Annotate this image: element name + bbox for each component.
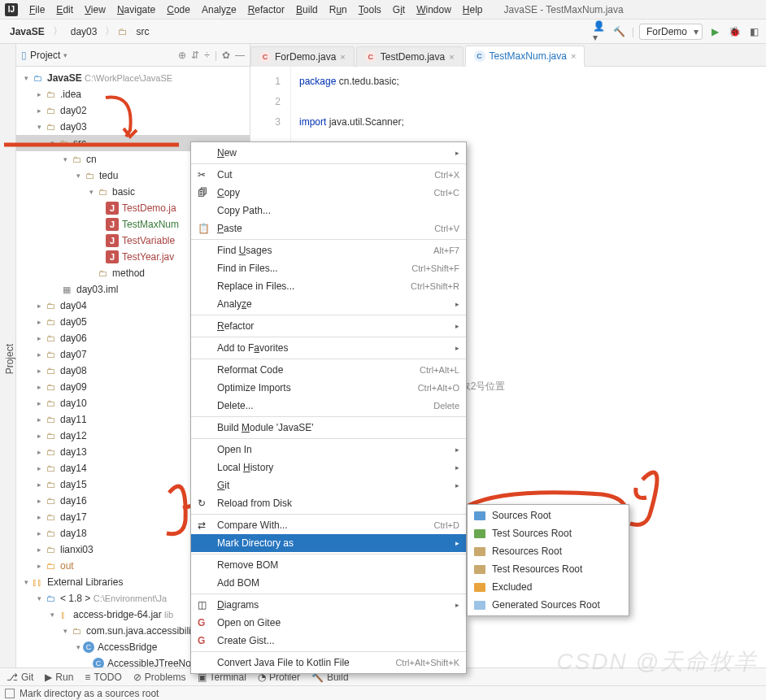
left-tool-strip: Project Structure Favorites [0,44,16,667]
bottom-todo[interactable]: ≡ TODO [85,672,121,683]
tab-testmaxnum[interactable]: CTestMaxNum.java× [465,46,585,67]
menu-diagrams[interactable]: ◫Diagrams▸ [191,596,466,614]
menu-file[interactable]: File [24,2,50,17]
menu-build[interactable]: Build [291,2,323,17]
crumb-day[interactable]: day03 [66,24,102,39]
menu-git[interactable]: Git [388,2,410,17]
bottom-problems[interactable]: ⊘ Problems [133,672,186,683]
menu-mark-directory[interactable]: Mark Directory as▸ [191,534,466,552]
coverage-icon[interactable]: ◧ [746,24,761,39]
crumb-src[interactable]: src [131,24,154,39]
tree-root[interactable]: ▾🗀JavaSE C:\WorkPlace\JavaSE [16,70,250,86]
menu-copy-path[interactable]: Copy Path... [191,202,466,220]
folder-icon [474,547,485,556]
folder-icon [474,511,485,520]
status-bar: Mark directory as a sources root [0,685,766,700]
menu-find-usages[interactable]: Find UsagesAlt+F7 [191,241,466,259]
submenu-resources[interactable]: Resources Root [468,542,629,560]
status-text: Mark directory as a sources root [20,688,159,699]
menu-compare[interactable]: ⇄Compare With...Ctrl+D [191,516,466,534]
tree-idea[interactable]: ▸🗀.idea [16,86,250,102]
tree-day03[interactable]: ▾🗀day03 [16,119,250,135]
crumb-project[interactable]: JavaSE [5,24,50,39]
debug-icon[interactable]: 🐞 [727,24,742,39]
bottom-git[interactable]: ⎇ Git [7,672,33,683]
toolbar-right: 👤▾ 🔨 | ForDemo ▶ 🐞 ◧ [593,24,761,40]
tab-testdemo[interactable]: CTestDemo.java× [356,46,464,67]
menu-open-in[interactable]: Open In▸ [191,441,466,459]
menu-cut[interactable]: ✂CutCtrl+X [191,166,466,184]
collapse-icon[interactable]: ÷ [204,50,210,61]
menu-refactor[interactable]: Refactor▸ [191,317,466,335]
submenu-test-sources[interactable]: Test Sources Root [468,524,629,542]
menu-reformat[interactable]: Reformat CodeCtrl+Alt+L [191,361,466,379]
tab-fordemo[interactable]: CForDemo.java× [250,46,355,67]
menu-navigate[interactable]: Navigate [112,2,160,17]
close-icon[interactable]: × [571,51,576,61]
menu-code[interactable]: Code [162,2,195,17]
menu-help[interactable]: Help [458,2,488,17]
submenu-excluded[interactable]: Excluded [468,578,629,596]
select-opened-icon[interactable]: ⊕ [178,50,186,61]
hide-icon[interactable]: — [235,50,245,61]
project-panel-header: ▯ Project ▾ ⊕ ⇵ ÷ | ✿ — [16,44,250,67]
watermark: CSDN @天命牧羊 [556,646,758,677]
gutter-project[interactable]: Project [4,341,15,377]
folder-icon [474,601,485,610]
menu-window[interactable]: Window [411,2,456,17]
menu-run[interactable]: Run [324,2,352,17]
menu-analyze[interactable]: Analyze [197,2,242,17]
nav-toolbar: JavaSE 〉 day03 〉 🗀 src 👤▾ 🔨 | ForDemo ▶ … [0,20,766,44]
menu-new[interactable]: New▸ [191,144,466,162]
menubar: File Edit View Navigate Code Analyze Ref… [24,2,488,17]
folder-icon [474,565,485,574]
settings-icon[interactable]: ✿ [222,50,230,61]
editor-tabs: CForDemo.java× CTestDemo.java× CTestMaxN… [250,44,766,67]
mark-directory-submenu: Sources Root Test Sources Root Resources… [467,504,629,616]
run-config-combo[interactable]: ForDemo [639,24,703,40]
menu-replace-in-files[interactable]: Replace in Files...Ctrl+Shift+R [191,277,466,295]
project-icon: ▯ [21,50,27,61]
status-icon[interactable] [5,689,15,698]
menu-favorites[interactable]: Add to Favorites▸ [191,339,466,357]
build-icon[interactable]: 🔨 [612,24,627,39]
menu-gitee[interactable]: GOpen on Gitee [191,614,466,632]
menu-analyze[interactable]: Analyze▸ [191,295,466,313]
submenu-sources-root[interactable]: Sources Root [468,507,629,524]
menu-paste[interactable]: 📋PasteCtrl+V [191,220,466,237]
titlebar: IJ File Edit View Navigate Code Analyze … [0,0,766,20]
close-icon[interactable]: × [449,52,454,62]
expand-icon[interactable]: ⇵ [191,50,199,61]
close-icon[interactable]: × [340,52,345,62]
folder-icon: 🗀 [118,26,128,37]
submenu-generated[interactable]: Generated Sources Root [468,596,629,614]
menu-local-history[interactable]: Local History▸ [191,459,466,476]
folder-icon [474,529,485,538]
menu-gist[interactable]: GCreate Gist... [191,632,466,650]
submenu-test-resources[interactable]: Test Resources Root [468,560,629,578]
context-menu: New▸ ✂CutCtrl+X 🗐CopyCtrl+C Copy Path...… [190,141,467,674]
project-panel-title[interactable]: Project [30,50,60,61]
menu-optimize[interactable]: Optimize ImportsCtrl+Alt+O [191,379,466,397]
menu-edit[interactable]: Edit [51,2,78,17]
menu-kotlin[interactable]: Convert Java File to Kotlin FileCtrl+Alt… [191,654,466,672]
user-icon[interactable]: 👤▾ [593,24,607,39]
menu-build-module[interactable]: Build Module 'JavaSE' [191,419,466,437]
breadcrumb: JavaSE 〉 day03 〉 🗀 src [5,24,154,39]
app-icon: IJ [5,3,18,16]
tree-day02[interactable]: ▸🗀day02 [16,102,250,119]
run-icon[interactable]: ▶ [707,24,722,39]
menu-reload[interactable]: ↻Reload from Disk [191,494,466,512]
menu-find-in-files[interactable]: Find in Files...Ctrl+Shift+F [191,259,466,277]
window-title: JavaSE - TestMaxNum.java [504,4,624,15]
menu-view[interactable]: View [80,2,111,17]
folder-icon [474,583,485,592]
menu-refactor[interactable]: Refactor [243,2,289,17]
menu-copy[interactable]: 🗐CopyCtrl+C [191,184,466,202]
menu-remove-bom[interactable]: Remove BOM [191,556,466,574]
menu-git[interactable]: Git▸ [191,476,466,494]
bottom-run[interactable]: ▶ Run [45,672,73,683]
menu-delete[interactable]: Delete...Delete [191,397,466,415]
menu-tools[interactable]: Tools [354,2,386,17]
menu-add-bom[interactable]: Add BOM [191,574,466,592]
